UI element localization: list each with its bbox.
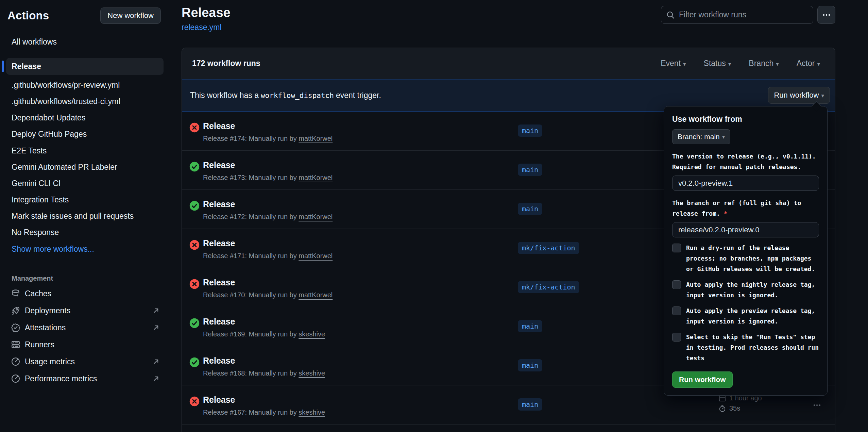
stopwatch-icon [718, 404, 729, 412]
success-status-icon [189, 201, 200, 211]
sidebar-item-all-workflows[interactable]: All workflows [0, 24, 169, 47]
sidebar-item-attestations[interactable]: Attestations [0, 319, 169, 336]
ref-input[interactable] [672, 222, 819, 237]
actor-link[interactable]: skeshive [299, 409, 325, 416]
branch-badge[interactable]: main [518, 320, 542, 332]
sidebar-item-workflow[interactable]: Gemini CLI CI [0, 175, 169, 192]
actor-link[interactable]: skeshive [299, 369, 325, 377]
run-description: Release #174: Manually run by mattKorwel [203, 135, 333, 143]
sidebar-item-workflow[interactable]: Dependabot Updates [0, 110, 169, 126]
sidebar-item-usage-metrics[interactable]: Usage metrics [0, 353, 169, 370]
branch-badge[interactable]: main [518, 398, 542, 411]
actor-link[interactable]: mattKorwel [299, 174, 333, 181]
sidebar-item-deployments[interactable]: Deployments [0, 302, 169, 319]
actor-link[interactable]: mattKorwel [299, 291, 333, 299]
sidebar-item-workflow[interactable]: Integration Tests [0, 192, 169, 208]
sidebar-item-runners[interactable]: Runners [0, 336, 169, 353]
run-filters: Event▾ Status▾ Branch▾ Actor▾ [661, 59, 820, 68]
use-workflow-from-heading: Use workflow from [672, 115, 819, 124]
actor-link[interactable]: skeshive [299, 330, 325, 338]
dry-run-option: Run a dry-run of the release process; no… [672, 243, 819, 274]
sidebar-item-caches[interactable]: Caches [0, 285, 169, 302]
sidebar-item-workflow[interactable]: Deploy GitHub Pages [0, 126, 169, 142]
run-title-link[interactable]: Release [203, 317, 235, 327]
branch-badge[interactable]: main [518, 164, 542, 176]
actor-link[interactable]: mattKorwel [299, 135, 333, 142]
skip-tests-option: Select to skip the "Run Tests" step in t… [672, 332, 819, 363]
meter-icon [11, 374, 20, 383]
sidebar-item-workflow[interactable]: No Response [0, 224, 169, 240]
run-title-link[interactable]: Release [203, 160, 235, 170]
management-list: Caches Deployments [0, 285, 169, 387]
page-header: Release release.yml [182, 5, 231, 32]
show-more-workflows-link[interactable]: Show more workflows... [0, 240, 169, 258]
actions-sidebar: Actions New workflow All workflows Relea… [0, 0, 169, 432]
branch-selector-button[interactable]: Branch: main▾ [672, 129, 730, 144]
sidebar-divider [3, 264, 165, 264]
sidebar-item-workflow[interactable]: Mark stale issues and pull requests [0, 208, 169, 224]
run-options-kebab-button[interactable] [810, 400, 824, 410]
filter-workflow-runs-box[interactable] [661, 6, 813, 24]
run-workflow-dropdown-button[interactable]: Run workflow▾ [768, 87, 830, 104]
run-title-link[interactable]: Release [203, 356, 235, 366]
filter-status-dropdown[interactable]: Status▾ [704, 59, 731, 68]
sidebar-item-label: Performance metrics [25, 374, 152, 383]
nightly-tag-option: Auto apply the nightly release tag, inpu… [672, 279, 819, 300]
run-workflow-submit-button[interactable]: Run workflow [672, 371, 733, 388]
nightly-tag-checkbox[interactable] [672, 280, 681, 289]
workflow-options-kebab-button[interactable] [817, 6, 835, 24]
server-icon [11, 340, 20, 349]
run-title-link[interactable]: Release [203, 238, 235, 248]
skip-tests-checkbox[interactable] [672, 333, 681, 342]
run-title-link[interactable]: Release [203, 121, 235, 131]
workflow-list: .github/workflows/pr-review.yml .github/… [0, 77, 169, 240]
filter-actor-dropdown[interactable]: Actor▾ [797, 59, 820, 68]
sidebar-item-release-selected[interactable]: Release [6, 58, 164, 75]
sidebar-title: Actions [7, 9, 49, 22]
chevron-down-icon: ▾ [683, 61, 686, 67]
chevron-down-icon: ▾ [821, 93, 824, 99]
sidebar-item-workflow[interactable]: Gemini Automated PR Labeler [0, 159, 169, 175]
checkbox-label: Select to skip the "Run Tests" step in t… [686, 332, 819, 363]
run-description: Release #172: Manually run by mattKorwel [203, 213, 333, 221]
runs-card-header: 172 workflow runs Event▾ Status▾ Branch▾… [182, 48, 835, 79]
chevron-down-icon: ▾ [722, 133, 725, 140]
branch-badge[interactable]: mk/fix-action [518, 242, 579, 254]
sidebar-divider [3, 55, 165, 55]
sidebar-item-label: Usage metrics [25, 357, 152, 366]
dry-run-checkbox[interactable] [672, 244, 681, 252]
external-link-icon [152, 358, 160, 366]
workflow-dispatch-code: workflow_dispatch [259, 92, 336, 100]
checkbox-label: Auto apply the preview release tag, inpu… [686, 305, 819, 327]
cache-icon [11, 289, 20, 298]
branch-badge[interactable]: main [518, 203, 542, 215]
sidebar-item-workflow[interactable]: .github/workflows/pr-review.yml [0, 77, 169, 93]
required-asterisk: * [724, 210, 728, 217]
run-workflow-panel: Use workflow from Branch: main▾ The vers… [664, 106, 828, 396]
run-title-link[interactable]: Release [203, 278, 235, 287]
meter-icon [11, 357, 20, 366]
branch-badge[interactable]: mk/fix-action [518, 281, 579, 293]
runs-count: 172 workflow runs [192, 59, 260, 68]
filter-branch-dropdown[interactable]: Branch▾ [749, 59, 779, 68]
run-description: Release #167: Manually run by skeshive [203, 409, 325, 416]
branch-badge[interactable]: main [518, 359, 542, 371]
actor-link[interactable]: mattKorwel [299, 252, 333, 260]
sidebar-item-label: Attestations [25, 323, 152, 332]
run-duration: 35s [729, 404, 740, 412]
sidebar-item-performance-metrics[interactable]: Performance metrics [0, 370, 169, 387]
actor-link[interactable]: mattKorwel [299, 213, 333, 220]
version-input[interactable] [672, 176, 819, 191]
new-workflow-button[interactable]: New workflow [100, 7, 161, 24]
sidebar-item-workflow[interactable]: E2E Tests [0, 143, 169, 159]
branch-badge[interactable]: main [518, 124, 542, 137]
checkbox-label: Run a dry-run of the release process; no… [686, 243, 819, 274]
workflow-file-link[interactable]: release.yml [182, 23, 222, 32]
preview-tag-checkbox[interactable] [672, 306, 681, 315]
run-title-link[interactable]: Release [203, 395, 235, 405]
run-title-link[interactable]: Release [203, 199, 235, 209]
search-input[interactable] [679, 10, 808, 19]
sidebar-item-workflow[interactable]: .github/workflows/trusted-ci.yml [0, 93, 169, 110]
filter-event-dropdown[interactable]: Event▾ [661, 59, 686, 68]
ref-field-description: The branch or ref (full git sha) to rele… [672, 198, 819, 219]
